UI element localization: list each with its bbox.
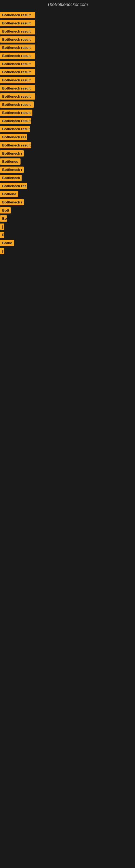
bottleneck-label: Bottleneck result [0,93,35,99]
bottleneck-label: | [0,223,4,230]
bottleneck-item: Bo [0,214,135,222]
bottleneck-label: Bottleneck r [0,150,24,156]
bottleneck-label: Bottleneck result [0,118,31,124]
bottleneck-item: Bottleneck result [0,108,135,116]
bottleneck-label: B [0,231,4,238]
bottleneck-label: Bottleneck result [0,12,35,18]
bottleneck-item: Bottleneck result [0,35,135,43]
bottleneck-label: Bottleneck result [0,126,30,132]
bottleneck-item: Bottleneck result [0,27,135,35]
bottleneck-label: Bottleneck r [0,166,24,173]
bottleneck-item: Bott [0,206,135,214]
bottleneck-item: Bottleneck [0,173,135,181]
bottleneck-item: Bottleneck result [0,100,135,108]
bottleneck-item: Bottleneck result [0,141,135,149]
bottleneck-item: Bottleneck result [0,124,135,132]
bottleneck-label: Bottleneck res [0,134,27,140]
bottleneck-item: Bottleneck result [0,59,135,67]
bottleneck-item: Bottleneck r [0,165,135,173]
site-title: TheBottlenecker.com [0,0,135,10]
bottleneck-item: Bottleneck result [0,67,135,75]
bottleneck-label: Bottleneck result [0,28,35,34]
bottleneck-item: Bottleneck result [0,116,135,124]
bottleneck-item: B [0,230,135,238]
bottleneck-label: Bottleneck res [0,183,27,189]
bottleneck-label: Bottleneck result [0,53,35,59]
bottleneck-item: Bottleneck r [0,197,135,206]
bottleneck-label: Bo [0,215,7,222]
bottleneck-item: Bottleneck result [0,75,135,84]
bottleneck-label: Bottleneck result [0,69,35,75]
bottleneck-label: Bottleneck result [0,77,35,83]
bottleneck-item: Bottleneck res [0,132,135,141]
bottleneck-item: | [0,222,135,230]
bottleneck-item: | [0,246,135,254]
bottleneck-label: Bottleneck r [0,199,24,205]
bottleneck-label: Bottleneck result [0,44,35,51]
bottleneck-label: Bottleneck result [0,101,34,108]
bottleneck-item: Bottlene [0,189,135,197]
bottleneck-label: Bottleneck [0,175,21,181]
bottleneck-label: Bottleneck result [0,85,35,91]
bottleneck-item: Bottleneck result [0,43,135,51]
bottleneck-label: Bottleneck result [0,20,35,26]
bottleneck-label: Bottlenec [0,158,20,165]
bottleneck-item: Bottleneck result [0,51,135,59]
items-container: Bottleneck resultBottleneck resultBottle… [0,10,135,254]
bottleneck-item: Bottleneck r [0,149,135,157]
bottleneck-item: Bottleneck result [0,84,135,92]
bottleneck-label: | [0,248,4,254]
bottleneck-label: Bottleneck result [0,142,31,148]
bottleneck-item: Bottleneck res [0,181,135,189]
bottleneck-item: Bottlenec [0,157,135,165]
bottleneck-item: Bottleneck result [0,19,135,27]
bottleneck-item: Bottleneck result [0,92,135,100]
bottleneck-label: Bott [0,207,11,214]
bottleneck-label: Bottleneck result [0,36,35,42]
bottleneck-label: Bottleneck result [0,110,32,116]
bottleneck-label: Bottleneck result [0,61,35,67]
bottleneck-label: Bottle [0,240,14,246]
bottleneck-label: Bottlene [0,191,18,197]
bottleneck-item: Bottle [0,238,135,246]
bottleneck-item: Bottleneck result [0,10,135,19]
